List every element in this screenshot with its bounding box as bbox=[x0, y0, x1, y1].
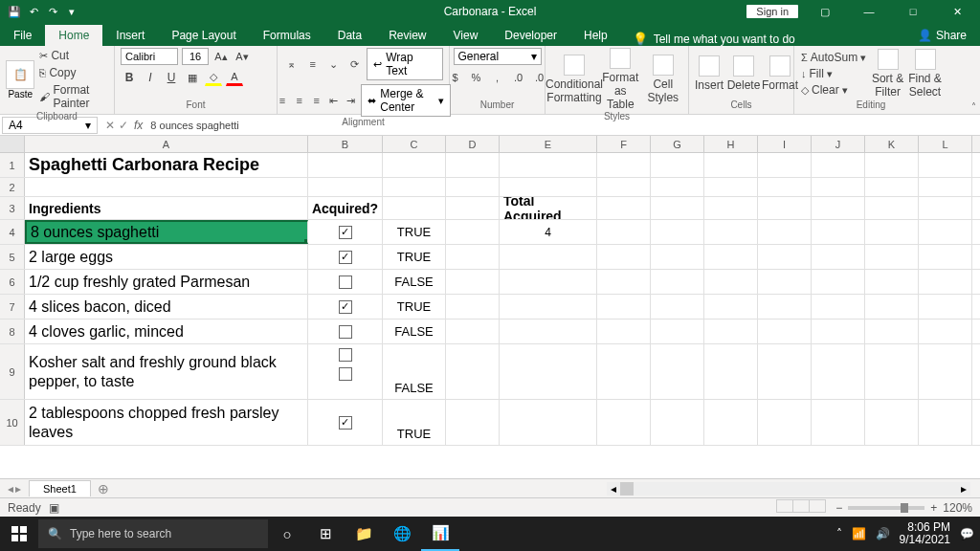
paste-button[interactable]: 📋 Paste bbox=[6, 60, 34, 99]
row-header-1[interactable]: 1 bbox=[0, 153, 25, 177]
cell-g7[interactable] bbox=[651, 295, 704, 319]
cell-f7[interactable] bbox=[597, 295, 651, 319]
cell-f4[interactable] bbox=[597, 220, 651, 244]
font-size-combo[interactable] bbox=[182, 48, 209, 65]
cell-h7[interactable] bbox=[704, 295, 758, 319]
cell-j6[interactable] bbox=[812, 270, 865, 294]
cell-h8[interactable] bbox=[704, 320, 758, 343]
cell-b1[interactable] bbox=[308, 153, 383, 177]
increase-indent-icon[interactable]: ⇥ bbox=[344, 92, 357, 109]
cell-d9[interactable] bbox=[446, 344, 500, 399]
taskbar-search[interactable]: 🔍Type here to search bbox=[38, 519, 268, 548]
cell-l2[interactable] bbox=[919, 178, 972, 196]
tab-developer[interactable]: Developer bbox=[491, 25, 570, 46]
row-header-7[interactable]: 7 bbox=[0, 295, 25, 319]
cell-b2[interactable] bbox=[308, 178, 383, 196]
cell-b4[interactable] bbox=[308, 220, 383, 244]
cell-g10[interactable] bbox=[651, 400, 704, 445]
fx-icon[interactable]: fx bbox=[134, 119, 148, 132]
col-header-d[interactable]: D bbox=[446, 136, 500, 152]
row-header-2[interactable]: 2 bbox=[0, 178, 25, 196]
undo-icon[interactable]: ↶ bbox=[27, 5, 40, 18]
cell-l3[interactable] bbox=[919, 197, 972, 219]
cell-g8[interactable] bbox=[651, 320, 704, 343]
ribbon-display-icon[interactable]: ▢ bbox=[808, 0, 842, 23]
cell-h10[interactable] bbox=[704, 400, 758, 445]
checkbox-b4[interactable] bbox=[339, 226, 352, 239]
minimize-button[interactable]: — bbox=[852, 0, 886, 23]
tab-home[interactable]: Home bbox=[45, 25, 102, 46]
cell-j5[interactable] bbox=[812, 245, 865, 269]
cell-f3[interactable] bbox=[597, 197, 651, 219]
format-as-table-button[interactable]: Format as Table bbox=[601, 48, 640, 111]
cell-c9[interactable]: FALSE bbox=[383, 344, 446, 399]
cell-i10[interactable] bbox=[758, 400, 812, 445]
cell-a7[interactable]: 4 slices bacon, diced bbox=[25, 295, 308, 319]
cell-g4[interactable] bbox=[651, 220, 704, 244]
cell-j2[interactable] bbox=[812, 178, 865, 196]
cell-c8[interactable]: FALSE bbox=[383, 320, 446, 343]
cell-i6[interactable] bbox=[758, 270, 812, 294]
cell-j8[interactable] bbox=[812, 320, 865, 343]
cell-b7[interactable] bbox=[308, 295, 383, 319]
find-select-button[interactable]: Find & Select bbox=[908, 49, 942, 99]
cell-j3[interactable] bbox=[812, 197, 865, 219]
cell-b8[interactable] bbox=[308, 320, 383, 343]
qat-dropdown-icon[interactable]: ▾ bbox=[65, 5, 78, 18]
cell-i1[interactable] bbox=[758, 153, 812, 177]
hscroll-right-icon[interactable]: ▸ bbox=[957, 482, 970, 496]
cell-h5[interactable] bbox=[704, 245, 758, 269]
cell-l10[interactable] bbox=[919, 400, 972, 445]
cell-c3[interactable] bbox=[383, 197, 446, 219]
cell-c4[interactable]: TRUE bbox=[383, 220, 446, 244]
row-header-5[interactable]: 5 bbox=[0, 245, 25, 269]
cell-g5[interactable] bbox=[651, 245, 704, 269]
row-header-4[interactable]: 4 bbox=[0, 220, 25, 244]
format-cells-button[interactable]: Format bbox=[764, 55, 796, 92]
cell-d6[interactable] bbox=[446, 270, 500, 294]
cell-a4[interactable]: 8 ounces spaghetti bbox=[25, 220, 308, 244]
cell-e5[interactable] bbox=[500, 245, 597, 269]
row-header-8[interactable]: 8 bbox=[0, 320, 25, 343]
col-header-k[interactable]: K bbox=[865, 136, 919, 152]
insert-cells-button[interactable]: Insert bbox=[695, 55, 724, 92]
cell-h3[interactable] bbox=[704, 197, 758, 219]
format-painter-button[interactable]: 🖌 Format Painter bbox=[38, 82, 108, 111]
conditional-formatting-button[interactable]: Conditional Formatting bbox=[551, 55, 597, 104]
checkbox-b9b[interactable] bbox=[339, 367, 352, 381]
cell-f1[interactable] bbox=[597, 153, 651, 177]
tab-insert[interactable]: Insert bbox=[102, 25, 158, 46]
zoom-thumb[interactable] bbox=[901, 503, 908, 513]
tab-view[interactable]: View bbox=[440, 25, 492, 46]
checkbox-b10[interactable] bbox=[339, 416, 352, 430]
cell-a6[interactable]: 1/2 cup freshly grated Parmesan bbox=[25, 270, 308, 294]
cell-i5[interactable] bbox=[758, 245, 812, 269]
bold-button[interactable]: B bbox=[121, 69, 138, 86]
cell-d3[interactable] bbox=[446, 197, 500, 219]
page-layout-view-button[interactable] bbox=[792, 499, 810, 513]
tab-review[interactable]: Review bbox=[375, 25, 439, 46]
col-header-a[interactable]: A bbox=[25, 136, 308, 152]
cell-k8[interactable] bbox=[865, 320, 919, 343]
delete-cells-button[interactable]: Delete bbox=[727, 55, 760, 92]
tab-file[interactable]: File bbox=[0, 25, 45, 46]
enter-formula-icon[interactable]: ✓ bbox=[119, 119, 128, 132]
cell-d1[interactable] bbox=[446, 153, 500, 177]
comma-icon[interactable]: , bbox=[489, 69, 506, 86]
row-header-10[interactable]: 10 bbox=[0, 400, 25, 445]
cell-i3[interactable] bbox=[758, 197, 812, 219]
border-button[interactable]: ▦ bbox=[184, 69, 201, 86]
cell-l7[interactable] bbox=[919, 295, 972, 319]
cell-d5[interactable] bbox=[446, 245, 500, 269]
cell-l5[interactable] bbox=[919, 245, 972, 269]
cell-k4[interactable] bbox=[865, 220, 919, 244]
increase-font-icon[interactable]: A▴ bbox=[212, 48, 230, 65]
tab-help[interactable]: Help bbox=[570, 25, 621, 46]
cell-i9[interactable] bbox=[758, 344, 812, 399]
cell-j10[interactable] bbox=[812, 400, 865, 445]
cell-d2[interactable] bbox=[446, 178, 500, 196]
cell-g2[interactable] bbox=[651, 178, 704, 196]
cell-k10[interactable] bbox=[865, 400, 919, 445]
chrome-icon[interactable]: 🌐 bbox=[383, 517, 421, 551]
cell-g9[interactable] bbox=[651, 344, 704, 399]
